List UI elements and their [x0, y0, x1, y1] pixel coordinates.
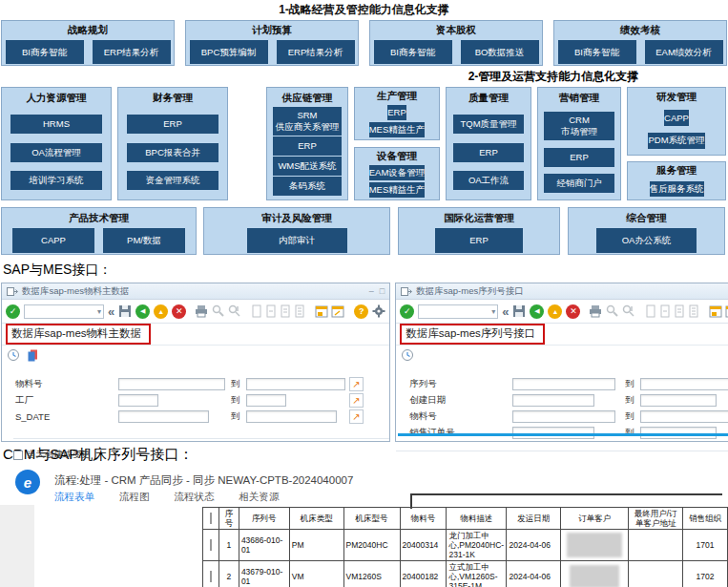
- find-next-icon[interactable]: [622, 304, 635, 318]
- system-box: EAM绩效分析: [645, 40, 723, 64]
- copy-variant-icon[interactable]: [27, 348, 40, 362]
- sap-mes-heading: SAP与MES接口：: [3, 262, 728, 279]
- row-checkbox[interactable]: [210, 539, 212, 551]
- panel-rd: 研发管理 CAPP PDM系统管理: [627, 87, 726, 156]
- multiple-selection-icon[interactable]: ↗: [349, 393, 364, 408]
- field-label: 序列号: [409, 378, 512, 390]
- system-box: BPC预算编制: [190, 40, 268, 64]
- cell-ship-date: 2024-04-06: [507, 530, 561, 561]
- customize-layout-icon[interactable]: [372, 304, 385, 318]
- execute-clock-icon[interactable]: [7, 348, 20, 362]
- today-filter-row: 当天创建或变更: [13, 438, 389, 461]
- from-input[interactable]: [512, 394, 594, 407]
- from-input[interactable]: [118, 378, 225, 390]
- minimize-icon[interactable]: –: [369, 286, 374, 296]
- section1-panels: 战略规划 BI商务智能 ERP结果分析 计划预算 BPC预算编制 ERP结果分析…: [0, 19, 728, 66]
- print-icon[interactable]: [589, 304, 602, 318]
- panel-title: 计划预算: [186, 24, 358, 37]
- report-title-annotated: 数据库sap-mes序列号接口: [400, 324, 545, 345]
- back-button[interactable]: ◀: [530, 304, 544, 319]
- next-page-icon[interactable]: [280, 304, 291, 318]
- collapse-toolbar-icon[interactable]: «: [502, 305, 509, 318]
- system-box: CAPP: [12, 228, 94, 253]
- chevron-down-icon[interactable]: ▾: [489, 307, 497, 316]
- chevron-down-icon[interactable]: ▾: [95, 307, 103, 316]
- window-title: 数据库sap-mes序列号接口: [416, 285, 523, 298]
- back-button[interactable]: ◀: [135, 304, 150, 319]
- find-icon[interactable]: [606, 304, 619, 318]
- system-box: 经销商门户: [544, 174, 614, 193]
- maximize-icon[interactable]: □: [380, 286, 385, 296]
- system-box: OA办公系统: [596, 228, 697, 253]
- col-header: 销售组织: [683, 508, 728, 530]
- from-input[interactable]: [512, 410, 615, 423]
- exit-button[interactable]: ▲: [154, 304, 168, 319]
- to-label: 到: [619, 410, 640, 423]
- from-input[interactable]: [118, 410, 209, 423]
- create-shortcut-icon[interactable]: [331, 305, 344, 318]
- col-quality: 质量管理 TQM质量管理 ERP OA工作流: [446, 87, 531, 200]
- cell-serial: 43686-010-01: [239, 530, 289, 561]
- prev-page-icon[interactable]: [659, 304, 671, 318]
- last-page-icon[interactable]: [688, 304, 699, 318]
- multiple-selection-icon[interactable]: ↗: [349, 377, 364, 391]
- system-box: TQM质量管理: [453, 115, 525, 134]
- new-session-icon[interactable]: [709, 305, 722, 318]
- session-icons-group: [709, 305, 728, 318]
- application-toolbar: [396, 346, 728, 365]
- next-page-icon[interactable]: [674, 304, 685, 318]
- cancel-button[interactable]: ✕: [566, 304, 580, 319]
- to-input[interactable]: [640, 410, 728, 423]
- row-checkbox[interactable]: [210, 571, 212, 582]
- multiple-selection-icon[interactable]: ↗: [349, 409, 364, 424]
- help-button[interactable]: ?: [354, 304, 368, 319]
- command-field[interactable]: ▾: [418, 304, 498, 319]
- execute-clock-icon[interactable]: [401, 348, 414, 362]
- cancel-button[interactable]: ✕: [172, 304, 186, 319]
- save-icon[interactable]: [512, 304, 526, 318]
- first-page-icon[interactable]: [251, 304, 262, 318]
- print-icon[interactable]: [195, 304, 208, 318]
- find-icons-group: [212, 304, 241, 318]
- to-input[interactable]: [246, 394, 286, 407]
- from-input[interactable]: [512, 378, 615, 390]
- new-session-icon[interactable]: [315, 305, 328, 318]
- application-toolbar: [2, 346, 389, 365]
- to-label: 到: [225, 394, 246, 407]
- to-input[interactable]: [640, 378, 728, 390]
- last-page-icon[interactable]: [294, 304, 305, 318]
- first-page-icon[interactable]: [645, 304, 656, 318]
- to-input[interactable]: [246, 410, 337, 423]
- system-box: WMS配送系统: [273, 157, 341, 176]
- to-input[interactable]: [640, 394, 717, 407]
- col-header: 机床类型: [289, 508, 343, 530]
- cell-customer-redacted: [561, 530, 629, 561]
- command-input[interactable]: [419, 305, 489, 317]
- command-input[interactable]: [25, 305, 95, 317]
- table-row: 1 43686-010-01 PM PM2040HC 20400314 龙门加工…: [203, 530, 728, 561]
- enter-button[interactable]: ✓: [400, 304, 414, 319]
- find-icon[interactable]: [212, 304, 225, 318]
- selection-screen: 物料号 到 ↗ 工厂 到 ↗ S_DATE 到 ↗: [2, 365, 389, 461]
- col-title: 设备管理: [355, 150, 439, 163]
- cell-machine-type: VM: [289, 561, 343, 587]
- system-box: CAPP: [664, 110, 689, 126]
- save-icon[interactable]: [118, 304, 132, 318]
- col-title: 研发管理: [628, 91, 725, 104]
- command-field[interactable]: ▾: [24, 304, 104, 319]
- checkbox[interactable]: [13, 451, 23, 460]
- select-all-checkbox[interactable]: [210, 513, 212, 524]
- panel-title: 绩效考核: [554, 24, 726, 37]
- find-next-icon[interactable]: [228, 304, 241, 318]
- cell-ship-date: 2024-04-06: [507, 561, 561, 587]
- panel-title: 审计及风险管理: [204, 212, 389, 225]
- enter-button[interactable]: ✓: [6, 304, 20, 319]
- system-box: ERP: [544, 148, 614, 167]
- collapse-toolbar-icon[interactable]: «: [108, 305, 114, 318]
- prev-page-icon[interactable]: [265, 304, 277, 318]
- to-input[interactable]: [246, 378, 345, 390]
- from-input[interactable]: [118, 394, 158, 407]
- col-header: 物料描述: [447, 508, 507, 530]
- system-box: ERP结果分析: [277, 40, 355, 64]
- exit-button[interactable]: ▲: [548, 304, 562, 319]
